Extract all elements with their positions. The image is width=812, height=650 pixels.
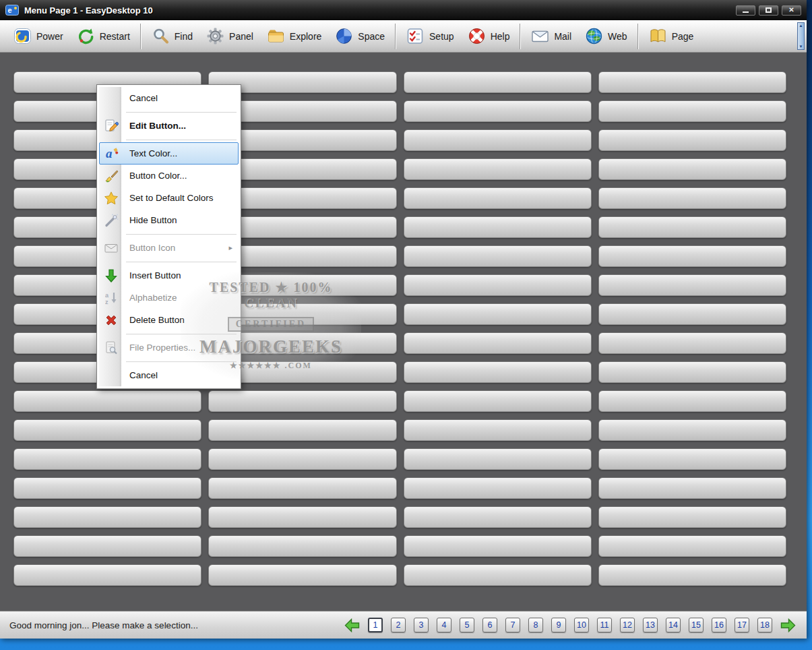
menu-item-delete-button[interactable]: Delete Button <box>99 309 239 331</box>
menu-button-slot[interactable] <box>13 506 201 528</box>
menu-button-slot[interactable] <box>404 506 592 528</box>
menu-item-cancel-bottom[interactable]: Cancel <box>99 364 239 386</box>
menu-button-slot[interactable] <box>598 158 786 180</box>
toolbar-scrollbar[interactable]: ▲ ▼ <box>797 22 805 50</box>
menu-item-cancel-top[interactable]: Cancel <box>99 87 239 109</box>
menu-button-slot[interactable] <box>598 332 786 354</box>
menu-button-slot[interactable] <box>13 477 201 499</box>
page-button-12[interactable]: 12 <box>620 618 635 632</box>
menu-button-slot[interactable] <box>404 158 592 180</box>
page-button-18[interactable]: 18 <box>757 618 772 632</box>
find-button[interactable]: Find <box>145 24 199 48</box>
menu-item-hide-button[interactable]: Hide Button <box>99 209 239 231</box>
menu-button-slot[interactable] <box>404 419 592 441</box>
menu-item-file-properties[interactable]: File Properties... <box>99 336 239 359</box>
menu-button-slot[interactable] <box>208 564 396 586</box>
menu-button-slot[interactable] <box>208 477 396 499</box>
menu-button-slot[interactable] <box>598 216 786 238</box>
menu-button-slot[interactable] <box>598 71 786 93</box>
menu-button-slot[interactable] <box>404 71 592 93</box>
page-button-17[interactable]: 17 <box>735 618 749 632</box>
menu-button-slot[interactable] <box>13 448 201 470</box>
close-button[interactable]: ✕ <box>782 5 801 16</box>
page-button-9[interactable]: 9 <box>551 618 566 632</box>
menu-button-slot[interactable] <box>404 100 592 122</box>
space-button[interactable]: Space <box>328 24 392 48</box>
menu-button-slot[interactable] <box>404 332 592 354</box>
space-icon <box>335 27 353 45</box>
menu-button-slot[interactable] <box>404 564 592 586</box>
page-button-4[interactable]: 4 <box>437 618 451 632</box>
page-button-7[interactable]: 7 <box>505 618 520 632</box>
menu-button-slot[interactable] <box>404 129 592 151</box>
menu-item-alphabetize[interactable]: az Alphabetize <box>99 287 239 309</box>
power-button[interactable]: Power <box>7 24 70 48</box>
menu-button-slot[interactable] <box>208 448 396 470</box>
maximize-button[interactable] <box>759 5 778 16</box>
menu-button-slot[interactable] <box>598 535 786 557</box>
page-button-16[interactable]: 16 <box>712 618 726 632</box>
menu-button-slot[interactable] <box>598 419 786 441</box>
menu-button-slot[interactable] <box>208 419 396 441</box>
explore-button[interactable]: Explore <box>260 24 328 48</box>
menu-button-slot[interactable] <box>598 129 786 151</box>
menu-button-slot[interactable] <box>598 303 786 325</box>
page-button-10[interactable]: 10 <box>574 618 589 632</box>
menu-button-slot[interactable] <box>404 390 592 412</box>
setup-button[interactable]: Setup <box>400 24 461 48</box>
menu-button-slot[interactable] <box>13 564 201 586</box>
menu-button-slot[interactable] <box>404 187 592 209</box>
menu-button-slot[interactable] <box>598 506 786 528</box>
menu-button-slot[interactable] <box>598 100 786 122</box>
page-button-3[interactable]: 3 <box>414 618 429 632</box>
page-button-6[interactable]: 6 <box>482 618 497 632</box>
next-page-button[interactable] <box>780 618 796 632</box>
menu-button-slot[interactable] <box>598 477 786 499</box>
menu-button-slot[interactable] <box>208 390 396 412</box>
menu-button-slot[interactable] <box>598 361 786 383</box>
page-button-5[interactable]: 5 <box>460 618 474 632</box>
menu-item-insert-button[interactable]: Insert Button <box>99 264 239 287</box>
page-button-11[interactable]: 11 <box>597 618 612 632</box>
menu-button-slot[interactable] <box>13 390 201 412</box>
page-button-2[interactable]: 2 <box>391 618 406 632</box>
menu-button-slot[interactable] <box>404 303 592 325</box>
panel-button[interactable]: Panel <box>199 24 260 48</box>
minimize-button[interactable] <box>736 5 755 16</box>
menu-button-slot[interactable] <box>598 187 786 209</box>
scroll-down-icon[interactable]: ▼ <box>799 45 803 49</box>
menu-button-slot[interactable] <box>13 419 201 441</box>
menu-button-slot[interactable] <box>404 245 592 267</box>
scroll-up-icon[interactable]: ▲ <box>799 24 803 28</box>
menu-item-edit-button[interactable]: Edit Button... <box>99 115 239 137</box>
menu-button-slot[interactable] <box>404 535 592 557</box>
page-button-15[interactable]: 15 <box>689 618 704 632</box>
page-button-14[interactable]: 14 <box>666 618 681 632</box>
page-button-1[interactable]: 1 <box>368 618 383 632</box>
web-button[interactable]: Web <box>578 24 634 48</box>
page-button-13[interactable]: 13 <box>643 618 658 632</box>
page-button-8[interactable]: 8 <box>528 618 543 632</box>
menu-button-slot[interactable] <box>404 274 592 296</box>
page-button[interactable]: Page <box>642 24 701 48</box>
menu-button-slot[interactable] <box>13 535 201 557</box>
menu-item-button-color[interactable]: Button Color... <box>99 165 239 187</box>
menu-button-slot[interactable] <box>208 535 396 557</box>
menu-button-slot[interactable] <box>404 216 592 238</box>
menu-item-button-icon[interactable]: Button Icon ▸ <box>99 237 239 259</box>
menu-button-slot[interactable] <box>598 245 786 267</box>
menu-button-slot[interactable] <box>598 274 786 296</box>
menu-button-slot[interactable] <box>208 506 396 528</box>
prev-page-button[interactable] <box>344 618 360 632</box>
menu-button-slot[interactable] <box>404 361 592 383</box>
restart-button[interactable]: Restart <box>70 24 137 48</box>
menu-button-slot[interactable] <box>598 448 786 470</box>
menu-button-slot[interactable] <box>404 448 592 470</box>
menu-button-slot[interactable] <box>598 564 786 586</box>
menu-item-set-default-colors[interactable]: Set to Default Colors <box>99 187 239 209</box>
menu-item-text-color[interactable]: a Text Color... <box>99 142 239 165</box>
menu-button-slot[interactable] <box>598 390 786 412</box>
mail-button[interactable]: Mail <box>524 24 578 48</box>
help-button[interactable]: Help <box>461 24 517 48</box>
menu-button-slot[interactable] <box>404 477 592 499</box>
